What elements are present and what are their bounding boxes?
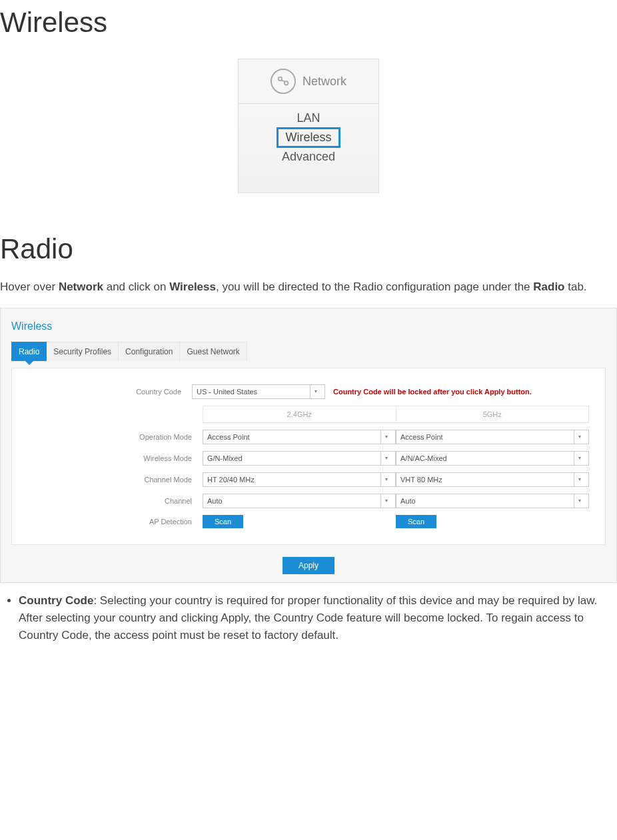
intro-bold-wireless: Wireless xyxy=(169,280,216,293)
nav-header: Network xyxy=(239,59,378,104)
label-channel-mode: Channel Mode xyxy=(28,476,203,484)
select-channel-mode-5[interactable]: VHT 80 MHz ▾ xyxy=(396,472,589,487)
chevron-down-icon: ▾ xyxy=(574,494,584,508)
chevron-down-icon: ▾ xyxy=(380,473,391,486)
tab-radio[interactable]: Radio xyxy=(11,342,47,361)
select-wireless-mode-5[interactable]: A/N/AC-Mixed ▾ xyxy=(396,451,589,466)
intro-text: , you will be directed to the Radio conf… xyxy=(216,280,533,293)
select-channel-5[interactable]: Auto ▾ xyxy=(396,494,589,508)
label-ap-detection: AP Detection xyxy=(28,518,203,526)
select-value: A/N/AC-Mixed xyxy=(400,454,447,462)
country-code-warning: Country Code will be locked after you cl… xyxy=(333,388,532,396)
apply-button[interactable]: Apply xyxy=(283,557,334,574)
chevron-down-icon: ▾ xyxy=(380,452,391,465)
select-channel-24[interactable]: Auto ▾ xyxy=(203,494,396,508)
intro-text: Hover over xyxy=(0,280,59,293)
intro-paragraph: Hover over Network and click on Wireless… xyxy=(0,278,617,296)
tab-configuration[interactable]: Configuration xyxy=(119,342,180,361)
select-value: Access Point xyxy=(207,433,250,441)
tab-guest-network[interactable]: Guest Network xyxy=(180,342,247,361)
select-channel-mode-24[interactable]: HT 20/40 MHz ▾ xyxy=(203,472,396,487)
select-value: Access Point xyxy=(400,433,443,441)
chevron-down-icon: ▾ xyxy=(574,452,584,465)
select-value: VHT 80 MHz xyxy=(400,476,442,484)
select-value: Auto xyxy=(207,497,223,505)
intro-bold-radio: Radio xyxy=(533,280,564,293)
intro-bold-network: Network xyxy=(59,280,103,293)
chevron-down-icon: ▾ xyxy=(380,494,391,508)
nav-screenshot: Network LAN Wireless Advanced xyxy=(238,59,379,193)
label-country-code: Country Code xyxy=(28,388,192,396)
page-title: Wireless xyxy=(0,7,617,39)
chevron-down-icon: ▾ xyxy=(380,430,391,444)
description-list: Country Code: Selecting your country is … xyxy=(4,592,617,645)
chevron-down-icon: ▾ xyxy=(574,430,584,444)
select-value: Auto xyxy=(400,497,416,505)
select-operation-mode-24[interactable]: Access Point ▾ xyxy=(203,430,396,444)
nav-item-advanced[interactable]: Advanced xyxy=(239,148,378,166)
label-operation-mode: Operation Mode xyxy=(28,433,203,441)
panel-body: Country Code US - United States ▾ Countr… xyxy=(11,368,606,545)
scan-button-5[interactable]: Scan xyxy=(396,515,436,528)
nav-header-label: Network xyxy=(303,75,346,89)
wireless-panel-screenshot: Wireless Radio Security Profiles Configu… xyxy=(0,308,617,583)
select-country-code[interactable]: US - United States ▾ xyxy=(192,384,325,399)
label-channel: Channel xyxy=(28,497,203,505)
nav-items: LAN Wireless Advanced xyxy=(239,104,378,193)
select-operation-mode-5[interactable]: Access Point ▾ xyxy=(396,430,589,444)
label-wireless-mode: Wireless Mode xyxy=(28,454,203,462)
band-header-5ghz: 5GHz xyxy=(396,406,590,423)
chevron-down-icon: ▾ xyxy=(574,473,584,486)
bullet-desc: : Selecting your country is required for… xyxy=(19,594,597,642)
band-header-24ghz: 2.4GHz xyxy=(203,406,396,423)
tab-security-profiles[interactable]: Security Profiles xyxy=(47,342,119,361)
list-item-country-code: Country Code: Selecting your country is … xyxy=(19,592,617,645)
select-wireless-mode-24[interactable]: G/N-Mixed ▾ xyxy=(203,451,396,466)
select-value: HT 20/40 MHz xyxy=(207,476,255,484)
intro-text: and click on xyxy=(103,280,169,293)
nav-item-lan[interactable]: LAN xyxy=(239,109,378,127)
section-title-radio: Radio xyxy=(0,233,617,265)
bullet-term: Country Code xyxy=(19,594,93,607)
select-value: US - United States xyxy=(197,388,257,396)
network-icon xyxy=(271,69,296,94)
scan-button-24[interactable]: Scan xyxy=(203,515,243,528)
nav-item-wireless[interactable]: Wireless xyxy=(277,127,340,148)
tab-bar: Radio Security Profiles Configuration Gu… xyxy=(11,342,606,361)
panel-title: Wireless xyxy=(11,316,606,342)
chevron-down-icon: ▾ xyxy=(310,385,320,398)
intro-text: tab. xyxy=(565,280,587,293)
select-value: G/N-Mixed xyxy=(207,454,243,462)
